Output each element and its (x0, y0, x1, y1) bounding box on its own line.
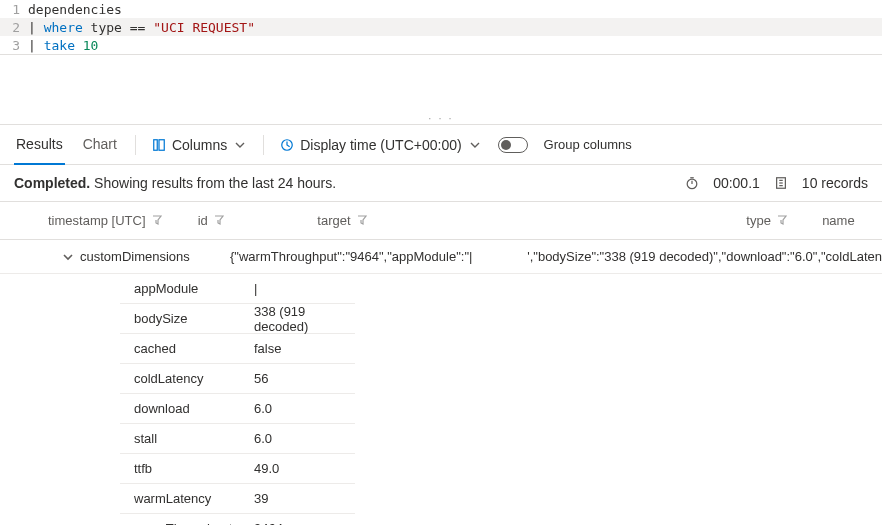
tab-chart[interactable]: Chart (81, 125, 119, 165)
status-completed: Completed. (14, 175, 90, 191)
columns-button[interactable]: Columns (152, 137, 247, 153)
code-token: | (28, 38, 44, 53)
code-token: | (28, 20, 44, 35)
column-header-name[interactable]: name (822, 213, 882, 228)
svg-rect-1 (159, 139, 164, 150)
elapsed-time: 00:00.1 (713, 175, 760, 191)
kv-row: warmThroughput9464 (120, 514, 355, 525)
column-label: timestamp [UTC] (48, 213, 146, 228)
grid-header: timestamp [UTC] id target type name (0, 202, 882, 240)
kv-key: download (120, 401, 250, 416)
property-value-right: ',"bodySize":"338 (919 decoded)","downlo… (527, 249, 882, 264)
kv-value: 56 (250, 371, 355, 386)
results-toolbar: Results Chart Columns Display time (UTC+… (0, 125, 882, 165)
column-header-type[interactable]: type (746, 213, 822, 228)
columns-label: Columns (172, 137, 227, 153)
kv-key: ttfb (120, 461, 250, 476)
filter-icon[interactable] (357, 213, 367, 228)
code-token: 10 (75, 38, 98, 53)
filter-icon[interactable] (777, 213, 787, 228)
kv-value: 6.0 (250, 431, 355, 446)
kv-key: bodySize (120, 311, 250, 326)
code-token: type == (83, 20, 153, 35)
records-icon (774, 176, 788, 190)
property-value-left: {"warmThroughput":"9464","appModule":"| (230, 249, 507, 264)
kv-row: bodySize338 (919 decoded) (120, 304, 355, 334)
query-editor[interactable]: 1 dependencies 2 | where type == "UCI RE… (0, 0, 882, 55)
column-label: target (317, 213, 350, 228)
kv-row: appModule| (120, 274, 355, 304)
stopwatch-icon (685, 176, 699, 190)
line-number: 1 (0, 2, 28, 17)
editor-line-2[interactable]: 2 | where type == "UCI REQUEST" (0, 18, 882, 36)
editor-line-3[interactable]: 3 | take 10 (0, 36, 882, 54)
kv-row: stall6.0 (120, 424, 355, 454)
clock-icon (280, 138, 294, 152)
filter-icon[interactable] (152, 213, 162, 228)
column-header-target[interactable]: target (317, 213, 746, 228)
kv-value: | (250, 281, 355, 296)
columns-icon (152, 138, 166, 152)
line-number: 2 (0, 20, 28, 35)
code-token: where (44, 20, 83, 35)
code-token: "UCI REQUEST" (153, 20, 255, 35)
collapse-toggle[interactable] (56, 252, 80, 262)
kv-value: 9464 (250, 521, 355, 525)
column-label: type (746, 213, 771, 228)
property-name: customDimensions (80, 249, 230, 264)
kv-row: warmLatency39 (120, 484, 355, 514)
svg-rect-0 (154, 139, 158, 150)
separator (135, 135, 136, 155)
editor-line-1[interactable]: 1 dependencies (0, 0, 882, 18)
record-count: 10 records (802, 175, 868, 191)
status-text: Completed. Showing results from the last… (14, 175, 336, 191)
chevron-down-icon (468, 138, 482, 152)
kv-row: cachedfalse (120, 334, 355, 364)
display-time-button[interactable]: Display time (UTC+00:00) (280, 137, 481, 153)
kv-key: cached (120, 341, 250, 356)
kv-key: appModule (120, 281, 250, 296)
kv-key: warmLatency (120, 491, 250, 506)
kv-key: warmThroughput (120, 521, 250, 525)
group-columns-toggle[interactable] (498, 137, 528, 153)
kv-value: false (250, 341, 355, 356)
kv-key: stall (120, 431, 250, 446)
kv-row: ttfb49.0 (120, 454, 355, 484)
code-token: dependencies (28, 2, 122, 17)
kv-row: download6.0 (120, 394, 355, 424)
custom-dimensions-table: appModule|bodySize338 (919 decoded)cache… (120, 274, 355, 525)
pane-resize-handle[interactable]: · · · (0, 55, 882, 125)
code-token: take (44, 38, 75, 53)
kv-value: 39 (250, 491, 355, 506)
column-label: name (822, 213, 855, 228)
kv-value: 49.0 (250, 461, 355, 476)
group-columns-label: Group columns (544, 137, 632, 152)
filter-icon[interactable] (214, 213, 224, 228)
chevron-down-icon (233, 138, 247, 152)
status-detail: Showing results from the last 24 hours. (90, 175, 336, 191)
column-label: id (198, 213, 208, 228)
separator (263, 135, 264, 155)
line-number: 3 (0, 38, 28, 53)
kv-row: coldLatency56 (120, 364, 355, 394)
expanded-property-row: customDimensions {"warmThroughput":"9464… (0, 240, 882, 274)
kv-value: 338 (919 decoded) (250, 304, 355, 334)
display-time-label: Display time (UTC+00:00) (300, 137, 461, 153)
column-header-id[interactable]: id (198, 213, 318, 228)
column-header-timestamp[interactable]: timestamp [UTC] (48, 213, 198, 228)
tab-results[interactable]: Results (14, 125, 65, 165)
kv-key: coldLatency (120, 371, 250, 386)
status-bar: Completed. Showing results from the last… (0, 165, 882, 202)
kv-value: 6.0 (250, 401, 355, 416)
